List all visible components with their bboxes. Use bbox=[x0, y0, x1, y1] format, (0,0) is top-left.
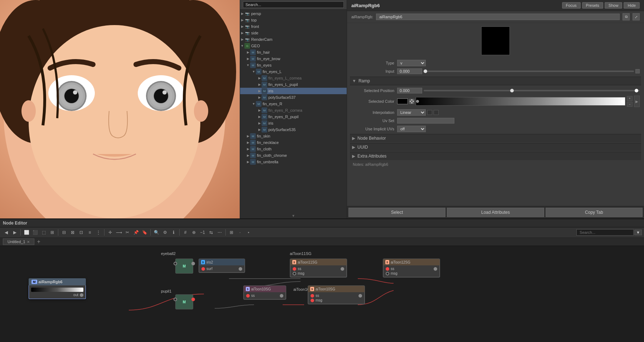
tree-expand-arrow[interactable]: ▶ bbox=[240, 11, 244, 16]
mpupil-in-1[interactable] bbox=[246, 294, 250, 298]
mpupil-out[interactable] bbox=[280, 294, 283, 298]
tree-expand-arrow[interactable]: ▶ bbox=[246, 134, 250, 138]
tree-item[interactable]: ▶Mfin_umbrella bbox=[240, 159, 347, 165]
tree-item[interactable]: ▶Mfin_skin bbox=[240, 133, 347, 139]
node-name-input[interactable] bbox=[376, 14, 620, 20]
toon11-out[interactable] bbox=[341, 267, 344, 271]
tree-item[interactable]: ▶📷top bbox=[240, 17, 347, 23]
tree-expand-arrow[interactable]: ▶ bbox=[257, 127, 262, 132]
ramp-stop-2[interactable] bbox=[621, 100, 624, 103]
tb-select-btn[interactable]: ⬚ bbox=[40, 228, 48, 236]
uv-set-input[interactable] bbox=[397, 118, 454, 124]
toon12-out[interactable] bbox=[434, 267, 437, 271]
outliner-tree[interactable]: ▶📷persp▶📷top▶📷front▶📷side▶📷RenderCam▼GGE… bbox=[240, 10, 347, 213]
tb-plus-btn[interactable]: ⊕ bbox=[190, 228, 198, 236]
tree-expand-arrow[interactable]: ▼ bbox=[246, 63, 250, 67]
tree-item[interactable]: ▶MpolySurface535 bbox=[240, 126, 347, 133]
tree-expand-arrow[interactable]: ▶ bbox=[246, 57, 250, 61]
node-eyeball2-m[interactable]: M bbox=[175, 259, 193, 274]
show-button[interactable]: Show bbox=[605, 2, 623, 9]
tree-item[interactable]: ▼GGEO bbox=[240, 43, 347, 49]
tree-expand-arrow[interactable]: ▶ bbox=[240, 37, 244, 42]
ramp-add-btn[interactable]: + bbox=[627, 96, 633, 101]
tb-search-toggle-btn[interactable]: 🔍 bbox=[152, 228, 160, 236]
tree-item[interactable]: ▼Mfin_eyes bbox=[240, 62, 347, 68]
tree-expand-arrow[interactable]: ▶ bbox=[257, 108, 262, 112]
tb-fit-btn[interactable]: ⊞ bbox=[48, 228, 56, 236]
attr-icon-btn-2[interactable]: ⤢ bbox=[633, 13, 640, 20]
tree-expand-arrow[interactable]: ▶ bbox=[246, 140, 250, 145]
focus-button[interactable]: Focus bbox=[562, 2, 581, 9]
node-iris2[interactable]: ꜱ iris2 surf bbox=[199, 259, 245, 273]
use-implicit-uvs-dropdown[interactable]: off on bbox=[397, 126, 426, 132]
tree-expand-arrow[interactable]: ▶ bbox=[257, 76, 262, 80]
toon11-in-1[interactable] bbox=[293, 267, 296, 271]
pupil1-in-port[interactable] bbox=[174, 298, 177, 301]
tree-expand-arrow[interactable]: ▶ bbox=[246, 153, 250, 158]
tb-connect2-btn[interactable]: ⇆ bbox=[207, 228, 215, 236]
node-aitoon12[interactable]: ꜱ aiToon12SG ss msg bbox=[383, 259, 440, 278]
tb-box-btn[interactable]: ⬜ bbox=[23, 228, 30, 236]
input-slider-thumb[interactable] bbox=[424, 69, 427, 73]
tb-bookmark-btn[interactable]: 🔖 bbox=[141, 228, 148, 236]
input-field[interactable] bbox=[397, 68, 422, 74]
input-keyframe-btn[interactable] bbox=[635, 69, 640, 73]
tree-item[interactable]: ▼Mfin_eyes_L bbox=[240, 68, 347, 75]
tree-expand-arrow[interactable]: ▶ bbox=[240, 31, 244, 35]
node-behavior-header[interactable]: ▶ Node Behavior bbox=[350, 134, 641, 142]
tb-disconnect-btn[interactable]: ✂ bbox=[123, 228, 131, 236]
tree-expand-arrow[interactable]: ▶ bbox=[240, 24, 244, 29]
selected-color-swatch[interactable] bbox=[397, 98, 408, 104]
tree-expand-arrow[interactable]: ▶ bbox=[257, 89, 262, 93]
presets-button[interactable]: Presets bbox=[582, 2, 603, 9]
attr-scroll-area[interactable]: Type v u Input bbox=[347, 59, 644, 206]
node-aitoon11[interactable]: ꜱ aiToon11SG ss msg bbox=[290, 259, 347, 278]
node-pupil1-m[interactable]: M bbox=[175, 294, 193, 309]
tree-expand-arrow[interactable]: ▶ bbox=[257, 95, 262, 100]
tree-item[interactable]: ▶MpolySurface537 bbox=[240, 94, 347, 101]
toon11-in-2[interactable] bbox=[293, 272, 296, 275]
tree-item[interactable]: ▶📷RenderCam bbox=[240, 36, 347, 43]
tb-info-btn[interactable]: ℹ bbox=[170, 228, 177, 236]
tb-snap-btn[interactable]: ⊡ bbox=[77, 228, 85, 236]
ramp-side-button[interactable]: ▶ bbox=[634, 96, 640, 107]
tree-item[interactable]: ▶Mfin_eyes_L_cornea bbox=[240, 75, 347, 81]
node-m-pupil[interactable]: ꜱ aiToon10SG ss bbox=[243, 285, 286, 300]
ramp-output-port[interactable] bbox=[80, 293, 83, 297]
tree-item[interactable]: ▶Mfin_eyes_L_pupil bbox=[240, 81, 347, 88]
load-attributes-button[interactable]: Load Attributes bbox=[447, 208, 544, 217]
tb-back-btn[interactable]: ◀ bbox=[2, 228, 10, 236]
pupil1-out-port[interactable] bbox=[191, 298, 195, 301]
tree-item[interactable]: ▶Miris bbox=[240, 88, 347, 94]
tree-item[interactable]: ▶Mfin_cloth_chrome bbox=[240, 152, 347, 159]
position-slider-thumb-2[interactable] bbox=[635, 89, 638, 92]
copy-tab-button[interactable]: Copy Tab bbox=[546, 208, 643, 217]
node-tab-untitled[interactable]: Untitled_1 ✕ bbox=[3, 239, 34, 245]
tree-expand-arrow[interactable]: ▼ bbox=[252, 69, 256, 74]
node-ai-ramp[interactable]: M aiRampRgb6 out bbox=[29, 278, 86, 299]
tb-connect-btn[interactable]: ⟶ bbox=[115, 228, 123, 236]
tree-item[interactable]: ▶Mfin_cloth bbox=[240, 146, 347, 152]
tb-minus-btn[interactable]: −1 bbox=[199, 228, 206, 236]
tree-item[interactable]: ▶Mfin_necklace bbox=[240, 139, 347, 146]
tb-forward-btn[interactable]: ▶ bbox=[11, 228, 19, 236]
tb-grid2-btn[interactable]: ⊞ bbox=[228, 228, 235, 236]
tb-options-btn[interactable]: ⚙ bbox=[161, 228, 169, 236]
iris2-out-port[interactable] bbox=[239, 267, 242, 271]
tree-expand-arrow[interactable]: ▼ bbox=[240, 44, 244, 48]
search-dropdown-btn[interactable]: ▼ bbox=[634, 230, 642, 235]
extra-attributes-header[interactable]: ▶ Extra Attributes bbox=[350, 152, 641, 160]
tree-expand-arrow[interactable]: ▶ bbox=[257, 82, 262, 87]
toon10-in-2[interactable] bbox=[311, 299, 314, 302]
tree-expand-arrow[interactable]: ▶ bbox=[257, 121, 262, 125]
ramp-stop-1[interactable] bbox=[416, 100, 419, 103]
node-canvas[interactable]: M aiRampRgb6 out eyeball2 M ꜱ bbox=[0, 246, 644, 342]
tree-item[interactable]: ▶📷front bbox=[240, 23, 347, 30]
type-dropdown[interactable]: v u bbox=[397, 60, 426, 66]
tb-pin-btn[interactable]: 📌 bbox=[132, 228, 140, 236]
tb-distribute-btn[interactable]: ⋮ bbox=[94, 228, 102, 236]
eyeball2-in-port[interactable] bbox=[174, 262, 177, 265]
tree-expand-arrow[interactable]: ▶ bbox=[246, 160, 250, 164]
uuid-header[interactable]: ▶ UUID bbox=[350, 143, 641, 151]
tree-item[interactable]: ▶Mfin_eyes_R_cornea bbox=[240, 107, 347, 114]
